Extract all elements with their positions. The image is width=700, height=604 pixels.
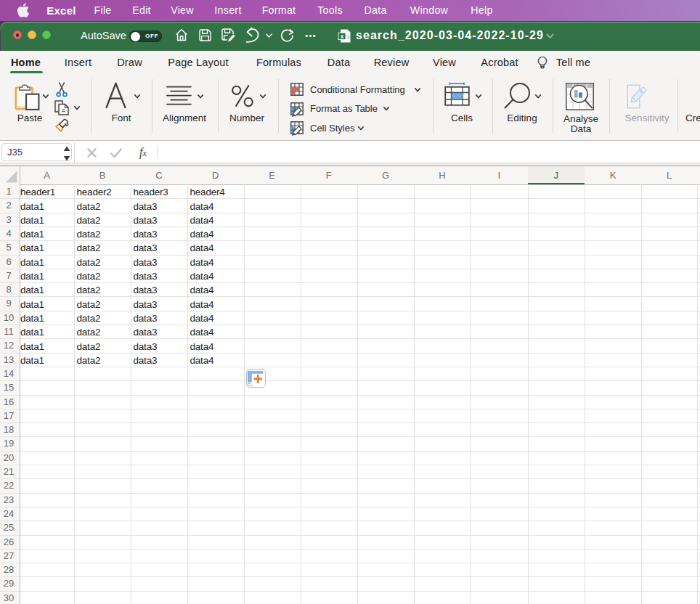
svg-text:a: a — [346, 33, 350, 40]
svg-text:x: x — [341, 32, 344, 39]
